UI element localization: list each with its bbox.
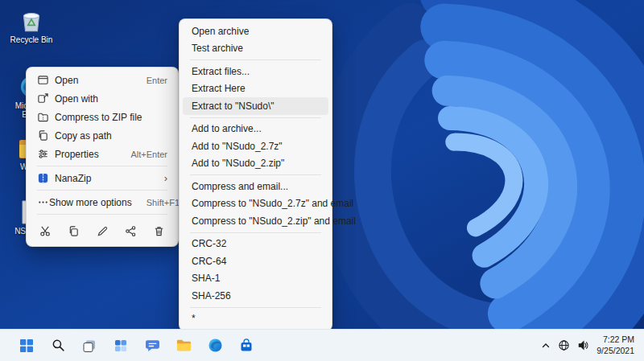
submenu-item-compress-7z-email[interactable]: Compress to "NSudo_2.7z" and email bbox=[183, 195, 328, 213]
system-tray: 7:22 PM 9/25/2021 bbox=[541, 334, 644, 356]
menu-item-open-with[interactable]: Open with bbox=[30, 89, 175, 108]
task-view-icon[interactable] bbox=[76, 333, 103, 359]
menu-separator bbox=[190, 307, 321, 308]
menu-separator bbox=[37, 166, 167, 166]
start-button[interactable] bbox=[13, 333, 40, 359]
recycle-bin-icon bbox=[18, 6, 45, 34]
menu-item-compress-to-zip[interactable]: Compress to ZIP file bbox=[30, 108, 175, 126]
open-icon bbox=[37, 74, 55, 86]
properties-icon bbox=[37, 148, 55, 160]
submenu-item-add-to-archive[interactable]: Add to archive... bbox=[183, 121, 328, 138]
open-with-icon bbox=[37, 92, 55, 105]
submenu-item-open-archive[interactable]: Open archive bbox=[183, 23, 328, 40]
taskbar-clock[interactable]: 7:22 PM 9/25/2021 bbox=[597, 334, 634, 356]
clock-date: 9/25/2021 bbox=[597, 346, 634, 357]
menu-separator bbox=[190, 59, 321, 60]
taskbar: 7:22 PM 9/25/2021 bbox=[0, 329, 644, 361]
context-menu: Open Enter Open with Compress to ZIP fil… bbox=[26, 67, 179, 247]
edge-icon[interactable] bbox=[201, 333, 229, 359]
submenu-item-compress-and-email[interactable]: Compress and email... bbox=[183, 178, 328, 195]
menu-item-properties[interactable]: Properties Alt+Enter bbox=[30, 145, 175, 163]
nanazip-submenu: Open archive Test archive Extract files.… bbox=[179, 18, 332, 331]
shortcut: Enter bbox=[147, 76, 167, 85]
rename-icon[interactable] bbox=[94, 221, 109, 240]
menu-separator bbox=[37, 190, 167, 191]
submenu-item-extract-here[interactable]: Extract Here bbox=[183, 80, 328, 98]
nanazip-icon bbox=[37, 172, 55, 184]
submenu-item-add-to-zip[interactable]: Add to "NSudo_2.zip" bbox=[183, 155, 328, 173]
file-explorer-icon[interactable] bbox=[170, 333, 197, 359]
submenu-item-sha256[interactable]: SHA-256 bbox=[183, 287, 328, 305]
volume-icon[interactable] bbox=[577, 339, 589, 351]
submenu-item-compress-zip-email[interactable]: Compress to "NSudo_2.zip" and email bbox=[183, 212, 328, 230]
desktop-icon-recycle-bin[interactable]: Recycle Bin bbox=[5, 6, 58, 44]
cut-icon[interactable] bbox=[38, 221, 53, 240]
chevron-right-icon: › bbox=[164, 172, 167, 184]
menu-item-open[interactable]: Open Enter bbox=[30, 71, 175, 89]
submenu-item-add-to-7z[interactable]: Add to "NSudo_2.7z" bbox=[183, 137, 328, 155]
submenu-item-extract-files[interactable]: Extract files... bbox=[183, 63, 328, 80]
menu-separator bbox=[190, 174, 321, 175]
delete-icon[interactable] bbox=[151, 221, 167, 240]
chevron-up-icon[interactable] bbox=[541, 341, 551, 351]
submenu-item-sha1[interactable]: SHA-1 bbox=[183, 270, 328, 288]
desktop: Recycle Bin Microsoft Edge Works NSudo_2 bbox=[0, 0, 644, 361]
desktop-icon-label: Recycle Bin bbox=[10, 35, 53, 44]
share-icon[interactable] bbox=[123, 221, 138, 240]
menu-item-nanazip[interactable]: NanaZip › bbox=[30, 169, 175, 187]
submenu-item-test-archive[interactable]: Test archive bbox=[183, 40, 328, 58]
clock-time: 7:22 PM bbox=[597, 334, 634, 346]
menu-item-show-more-options[interactable]: Show more options Shift+F10 bbox=[30, 193, 175, 211]
menu-separator bbox=[190, 117, 321, 118]
submenu-item-extract-to-nsudo[interactable]: Extract to "NSudo\" bbox=[183, 97, 328, 115]
widgets-icon[interactable] bbox=[107, 333, 134, 359]
search-icon[interactable] bbox=[44, 333, 72, 359]
zip-folder-icon bbox=[37, 111, 55, 123]
menu-separator bbox=[37, 214, 167, 215]
taskbar-icons bbox=[0, 333, 260, 359]
quick-action-row bbox=[30, 217, 175, 243]
copy-icon[interactable] bbox=[66, 221, 81, 240]
copy-as-path-icon bbox=[37, 129, 55, 142]
menu-item-copy-as-path[interactable]: Copy as path bbox=[30, 126, 175, 145]
show-more-icon bbox=[37, 196, 49, 208]
menu-separator bbox=[190, 232, 321, 233]
submenu-item-crc64[interactable]: CRC-64 bbox=[183, 252, 328, 270]
submenu-item-star[interactable]: * bbox=[183, 310, 328, 328]
submenu-item-crc32[interactable]: CRC-32 bbox=[183, 236, 328, 253]
chat-icon[interactable] bbox=[138, 333, 166, 359]
network-icon[interactable] bbox=[558, 339, 570, 351]
store-icon[interactable] bbox=[233, 333, 260, 359]
